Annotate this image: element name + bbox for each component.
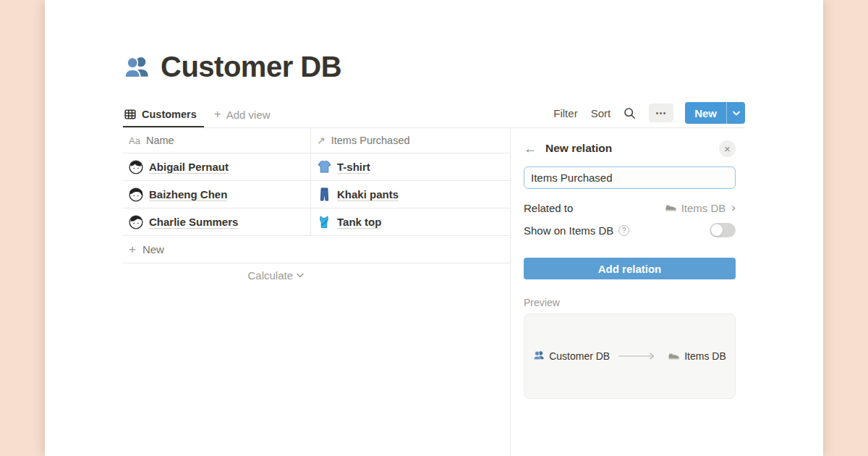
help-icon[interactable]: ? (618, 225, 629, 236)
question-glyph: ? (622, 227, 626, 235)
new-row-button[interactable]: + New (123, 236, 510, 263)
app-window: Customer DB Customers + Add view (45, 0, 823, 456)
filter-button[interactable]: Filter (553, 107, 577, 119)
collection-toolbar: Filter Sort ••• New (123, 102, 745, 124)
table-row: Abigail Pernaut T-shirt (123, 153, 510, 181)
items-cell[interactable]: T-shirt (311, 153, 510, 180)
chevron-down-icon (297, 273, 304, 278)
avatar (129, 215, 143, 229)
table-row: Baizheng Chen Khaki pants (123, 181, 510, 208)
item-name: Khaki pants (337, 188, 399, 200)
name-cell[interactable]: Charlie Summers (123, 208, 311, 235)
sort-button[interactable]: Sort (591, 107, 611, 119)
new-relation-panel: ← New relation × Related to (510, 128, 823, 456)
calculate-label: Calculate (247, 269, 293, 282)
name-cell[interactable]: Abigail Pernaut (123, 153, 311, 180)
calculate-button[interactable]: Calculate (123, 263, 311, 287)
add-relation-button[interactable]: Add relation (524, 258, 736, 279)
relation-arrow-icon: ↗ (317, 135, 326, 146)
name-cell[interactable]: Baizheng Chen (123, 181, 311, 208)
sneaker-icon (668, 349, 680, 363)
avatar (129, 160, 143, 174)
new-row-label: New (142, 243, 164, 256)
avatar (129, 187, 143, 202)
customer-name: Abigail Pernaut (149, 161, 229, 173)
tshirt-icon (317, 160, 331, 174)
related-to-row[interactable]: Related to Items DB › (524, 200, 736, 216)
preview-source-label: Customer DB (549, 350, 610, 362)
relation-arrow (618, 352, 659, 360)
panel-title: New relation (545, 142, 719, 155)
customer-name: Charlie Summers (149, 216, 238, 228)
more-options-button[interactable]: ••• (649, 104, 673, 122)
title-property-icon: Aa (129, 135, 140, 146)
relation-preview: Customer DB (524, 313, 736, 399)
ellipsis-icon: ••• (656, 109, 667, 117)
new-button-dropdown[interactable] (727, 102, 745, 124)
chevron-down-icon (733, 111, 740, 116)
show-on-toggle[interactable] (710, 223, 736, 237)
related-to-label: Related to (524, 202, 665, 214)
show-on-label: Show on Items DB (524, 224, 613, 237)
relation-name-input[interactable] (524, 166, 736, 189)
table-header-row: Aa Name ↗ Items Purchased (123, 128, 510, 153)
chevron-right-icon: › (731, 200, 736, 215)
new-record-split-button: New (685, 102, 745, 124)
search-icon[interactable] (624, 107, 636, 119)
tanktop-icon (317, 215, 331, 229)
busts-in-silhouette-icon (533, 350, 545, 363)
related-to-value: Items DB (681, 202, 726, 214)
column-header-name[interactable]: Aa Name (123, 128, 311, 153)
customer-name: Baizheng Chen (149, 188, 227, 200)
close-icon: × (724, 143, 731, 155)
back-arrow-icon[interactable]: ← (524, 141, 545, 156)
table-row: Charlie Summers Tank top (123, 208, 510, 236)
items-cell[interactable]: Khaki pants (311, 181, 510, 208)
preview-target-label: Items DB (684, 350, 726, 362)
jeans-icon (317, 187, 331, 202)
column-label: Name (146, 135, 174, 146)
show-on-row: Show on Items DB ? (524, 222, 736, 238)
column-label: Items Purchased (331, 135, 410, 146)
panel-header: ← New relation × (524, 140, 736, 157)
toggle-knob (711, 224, 723, 236)
customer-table: Aa Name ↗ Items Purchased (123, 128, 510, 287)
items-cell[interactable]: Tank top (311, 208, 510, 235)
close-panel-button[interactable]: × (719, 140, 736, 157)
preview-label: Preview (524, 297, 736, 308)
column-header-items-purchased[interactable]: ↗ Items Purchased (311, 128, 510, 153)
item-name: T-shirt (337, 161, 370, 173)
page-background: Customer DB Customers + Add view (0, 0, 868, 456)
sneaker-icon (665, 200, 677, 215)
plus-icon: + (129, 242, 136, 257)
page-header: Customer DB (123, 51, 341, 83)
page-title: Customer DB (161, 51, 341, 83)
busts-in-silhouette-icon (123, 54, 150, 81)
item-name: Tank top (337, 216, 381, 228)
new-button[interactable]: New (685, 102, 726, 124)
